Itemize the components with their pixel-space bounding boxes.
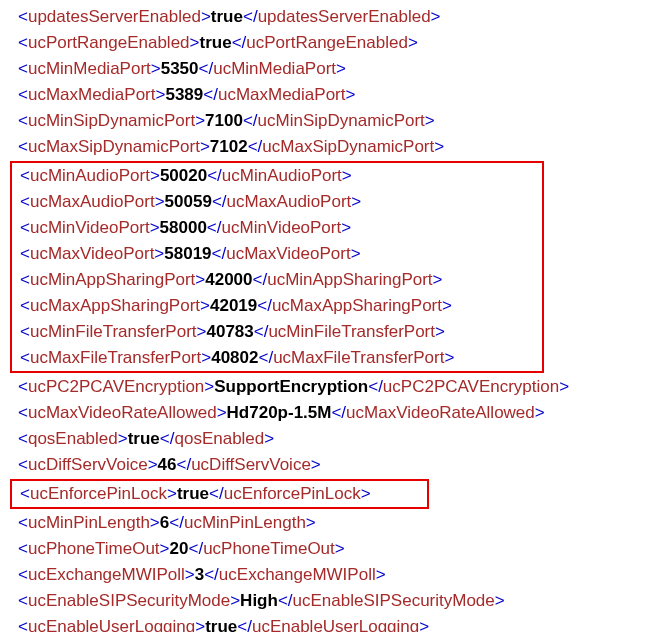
tag-close: ucPhoneTimeOut <box>203 539 335 558</box>
tag-open: ucEnforcePinLock <box>30 484 167 503</box>
tag-close: ucPortRangeEnabled <box>246 33 408 52</box>
angle-close2: > <box>433 270 443 289</box>
xml-line-ucMinMediaPort: <ucMinMediaPort>5350</ucMinMediaPort> <box>10 56 672 82</box>
angle-open: < <box>18 85 28 104</box>
tag-open: ucDiffServVoice <box>28 455 148 474</box>
angle-open-close: </ <box>278 591 293 610</box>
angle-close: > <box>151 59 161 78</box>
angle-close2: > <box>336 59 346 78</box>
angle-close2: > <box>341 218 351 237</box>
angle-close2: > <box>434 137 444 156</box>
angle-open: < <box>18 33 28 52</box>
angle-close2: > <box>408 33 418 52</box>
tag-open: ucMinAudioPort <box>30 166 150 185</box>
xml-value: SupportEncryption <box>214 377 368 396</box>
tag-open: qosEnabled <box>28 429 118 448</box>
xml-snippet: <updatesServerEnabled>true</updatesServe… <box>10 4 672 632</box>
angle-open: < <box>20 348 30 367</box>
tag-close: ucMaxAppSharingPort <box>272 296 442 315</box>
angle-close2: > <box>559 377 569 396</box>
xml-value: 5350 <box>161 59 199 78</box>
xml-value: 7100 <box>205 111 243 130</box>
angle-open-close: </ <box>248 137 263 156</box>
angle-close2: > <box>351 192 361 211</box>
tag-open: ucMinMediaPort <box>28 59 151 78</box>
tag-close: ucExchangeMWIPoll <box>219 565 376 584</box>
tag-open: ucExchangeMWIPoll <box>28 565 185 584</box>
xml-line-ucPhoneTimeOut: <ucPhoneTimeOut>20</ucPhoneTimeOut> <box>10 536 672 562</box>
xml-line-ucMaxMediaPort: <ucMaxMediaPort>5389</ucMaxMediaPort> <box>10 82 672 108</box>
angle-open-close: </ <box>203 85 218 104</box>
angle-open: < <box>18 137 28 156</box>
angle-close: > <box>160 539 170 558</box>
tag-close: ucMaxVideoRateAllowed <box>346 403 535 422</box>
xml-line-ucPortRangeEnabled: <ucPortRangeEnabled>true</ucPortRangeEna… <box>10 30 672 56</box>
angle-close: > <box>201 348 211 367</box>
angle-close: > <box>200 137 210 156</box>
angle-close2: > <box>425 111 435 130</box>
angle-close2: > <box>419 617 429 632</box>
tag-close: ucMinMediaPort <box>213 59 336 78</box>
xml-value: 46 <box>158 455 177 474</box>
xml-value: 7102 <box>210 137 248 156</box>
tag-close: ucMaxSipDynamicPort <box>262 137 434 156</box>
angle-open-close: </ <box>253 270 268 289</box>
angle-close: > <box>195 111 205 130</box>
angle-close: > <box>154 244 164 263</box>
tag-open: ucMaxAudioPort <box>30 192 155 211</box>
angle-close: > <box>200 296 210 315</box>
angle-open-close: </ <box>209 484 224 503</box>
tag-open: ucMaxFileTransferPort <box>30 348 201 367</box>
tag-close: ucMinAppSharingPort <box>267 270 432 289</box>
angle-close: > <box>150 218 160 237</box>
tag-open: ucMaxMediaPort <box>28 85 156 104</box>
angle-close: > <box>118 429 128 448</box>
tag-open: ucMinPinLength <box>28 513 150 532</box>
angle-close: > <box>197 322 207 341</box>
angle-open-close: </ <box>257 296 272 315</box>
xml-line-ucMaxVideoPort: <ucMaxVideoPort>58019</ucMaxVideoPort> <box>12 241 542 267</box>
xml-line-updatesServerEnabled: <updatesServerEnabled>true</updatesServe… <box>10 4 672 30</box>
tag-close: ucMaxAudioPort <box>227 192 352 211</box>
angle-close: > <box>167 484 177 503</box>
xml-value: 40802 <box>211 348 258 367</box>
angle-open-close: </ <box>160 429 175 448</box>
angle-close: > <box>150 166 160 185</box>
xml-line-ucExchangeMWIPoll: <ucExchangeMWIPoll>3</ucExchangeMWIPoll> <box>10 562 672 588</box>
angle-open-close: </ <box>177 455 192 474</box>
tag-open: ucMinSipDynamicPort <box>28 111 195 130</box>
xml-line-ucMinSipDynamicPort: <ucMinSipDynamicPort>7100</ucMinSipDynam… <box>10 108 672 134</box>
xml-value: 58000 <box>160 218 207 237</box>
angle-open: < <box>18 403 28 422</box>
angle-close2: > <box>435 322 445 341</box>
angle-close2: > <box>444 348 454 367</box>
angle-open-close: </ <box>169 513 184 532</box>
xml-line-ucPC2PCAVEncryption: <ucPC2PCAVEncryption>SupportEncryption</… <box>10 374 672 400</box>
tag-close: updatesServerEnabled <box>258 7 431 26</box>
tag-close: ucDiffServVoice <box>191 455 311 474</box>
angle-open-close: </ <box>207 166 222 185</box>
xml-line-ucMinPinLength: <ucMinPinLength>6</ucMinPinLength> <box>10 510 672 536</box>
angle-open-close: </ <box>243 111 258 130</box>
angle-close: > <box>148 455 158 474</box>
tag-open: ucPC2PCAVEncryption <box>28 377 204 396</box>
angle-close2: > <box>311 455 321 474</box>
xml-value: true <box>205 617 237 632</box>
tag-close: ucMinVideoPort <box>222 218 342 237</box>
xml-line-ucMaxAudioPort: <ucMaxAudioPort>50059</ucMaxAudioPort> <box>12 189 542 215</box>
angle-open: < <box>18 565 28 584</box>
tag-close: ucMinSipDynamicPort <box>258 111 425 130</box>
tag-open: ucMinAppSharingPort <box>30 270 195 289</box>
angle-open: < <box>18 377 28 396</box>
tag-open: ucMaxVideoRateAllowed <box>28 403 217 422</box>
angle-open: < <box>20 218 30 237</box>
angle-close2: > <box>535 403 545 422</box>
angle-open: < <box>18 59 28 78</box>
tag-open: ucEnableUserLogging <box>28 617 195 632</box>
angle-close2: > <box>342 166 352 185</box>
angle-open-close: </ <box>207 218 222 237</box>
angle-close: > <box>150 513 160 532</box>
angle-open-close: </ <box>331 403 346 422</box>
xml-line-ucEnableSIPSecurityMode: <ucEnableSIPSecurityMode>High</ucEnableS… <box>10 588 672 614</box>
highlight-box-ports: <ucMinAudioPort>50020</ucMinAudioPort><u… <box>10 161 544 373</box>
